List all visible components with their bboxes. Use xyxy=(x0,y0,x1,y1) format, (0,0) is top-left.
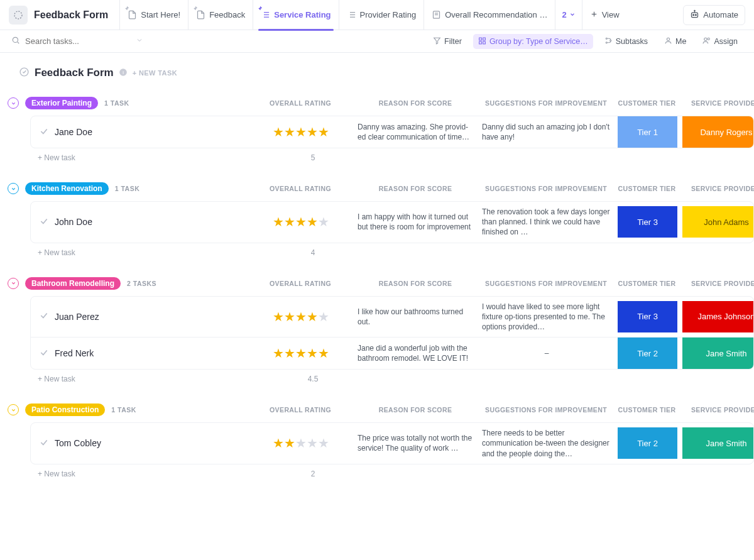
group-chip[interactable]: Patio Construction xyxy=(25,404,105,416)
new-task-row[interactable]: + New task xyxy=(38,248,258,257)
rating-stars[interactable]: ★★★★★ xyxy=(251,309,351,324)
add-view-button[interactable]: View xyxy=(582,0,627,30)
automate-button[interactable]: Automate xyxy=(683,5,745,25)
group-by-button[interactable]: Group by: Type of Service… xyxy=(473,34,593,49)
svg-point-23 xyxy=(13,37,18,42)
col-provider: SERVICE PROVIDER xyxy=(682,99,754,107)
task-name: Juan Perez xyxy=(55,312,99,322)
collapse-toggle-icon[interactable] xyxy=(8,183,19,194)
tab-label: Feedback xyxy=(209,10,245,19)
chevron-down-icon[interactable] xyxy=(136,36,143,46)
col-reason: REASON FOR SCORE xyxy=(356,99,475,107)
customer-tier-badge[interactable]: Tier 3 xyxy=(618,206,677,238)
suggestions-text: – xyxy=(481,343,613,363)
tab-provider-rating[interactable]: Provider Rating xyxy=(339,0,424,30)
service-provider-badge[interactable]: Jane Smith xyxy=(682,338,754,369)
user-icon xyxy=(664,36,672,47)
task-name: John Doe xyxy=(55,217,92,227)
customer-tier-badge[interactable]: Tier 3 xyxy=(618,301,677,332)
page-title: Feedback Form xyxy=(34,9,108,21)
suggestions-text: Danny did such an amazing job I don't ha… xyxy=(481,117,613,147)
group-chip[interactable]: Bathroom Remodelling xyxy=(25,277,121,290)
collapse-toggle-icon[interactable] xyxy=(8,97,19,109)
svg-rect-26 xyxy=(479,38,482,40)
new-task-row[interactable]: + New task xyxy=(38,375,258,383)
tab-overall-recommendation[interactable]: Overall Recommendation … xyxy=(423,0,555,30)
plus-icon xyxy=(590,10,598,20)
assign-button[interactable]: Assign xyxy=(697,34,743,49)
svg-line-24 xyxy=(18,42,19,44)
new-task-row[interactable]: + New task xyxy=(38,153,258,162)
service-provider-badge[interactable]: Danny Rogers xyxy=(682,116,754,148)
list-name: Feedback Form xyxy=(35,67,114,79)
rating-stars[interactable]: ★★★★★ xyxy=(251,436,351,451)
rating-stars[interactable]: ★★★★★ xyxy=(251,124,351,140)
new-task-row[interactable]: + New task xyxy=(38,469,258,478)
task-name: Fred Nerk xyxy=(55,348,94,358)
status-circle-icon[interactable] xyxy=(19,67,30,79)
col-overall-rating: OVERALL RATING xyxy=(250,280,351,287)
collapse-toggle-icon[interactable] xyxy=(8,278,19,289)
svg-point-20 xyxy=(696,14,697,15)
check-icon[interactable] xyxy=(40,217,48,228)
group: Bathroom Remodelling2 TASKSOVERALL RATIN… xyxy=(25,275,754,385)
group-chip[interactable]: Kitchen Renovation xyxy=(25,182,109,195)
service-provider-badge[interactable]: Jane Smith xyxy=(682,427,754,459)
new-task-button[interactable]: + NEW TASK xyxy=(133,69,177,77)
subtasks-button[interactable]: Subtasks xyxy=(599,34,653,49)
group-chip[interactable]: Exterior Painting xyxy=(25,97,98,109)
robot-icon xyxy=(690,9,699,21)
group-footer: + New task4 xyxy=(25,243,754,258)
info-icon[interactable]: i xyxy=(119,68,128,79)
task-row[interactable]: Jane Doe★★★★★Danny was amazing. She prov… xyxy=(31,116,753,148)
task-rows: Jane Doe★★★★★Danny was amazing. She prov… xyxy=(30,116,754,148)
subtasks-icon xyxy=(604,36,613,47)
service-provider-badge[interactable]: James Johnson xyxy=(682,301,754,332)
customer-tier-badge[interactable]: Tier 2 xyxy=(618,338,677,369)
tab-label: Service Rating xyxy=(274,10,331,19)
tab-feedback[interactable]: Feedback xyxy=(188,0,253,30)
check-icon[interactable] xyxy=(40,348,48,359)
task-row[interactable]: Tom Cobley★★★★★The price was totally not… xyxy=(31,423,753,464)
filter-icon xyxy=(433,36,441,47)
service-provider-badge[interactable]: John Adams xyxy=(682,206,754,238)
customer-tier-badge[interactable]: Tier 2 xyxy=(618,427,677,459)
svg-point-31 xyxy=(609,40,611,41)
task-row[interactable]: Juan Perez★★★★★I like how our bathrooms … xyxy=(31,297,753,338)
more-views-count[interactable]: 2 xyxy=(555,0,581,30)
group-count: 2 TASKS xyxy=(127,280,156,287)
rating-average: 4 xyxy=(263,248,363,257)
pin-icon xyxy=(257,4,263,13)
search-input[interactable] xyxy=(25,36,131,46)
customer-tier-badge[interactable]: Tier 1 xyxy=(618,116,677,148)
tab-start-here[interactable]: Start Here! xyxy=(119,0,188,30)
list-header: Feedback Form i + NEW TASK xyxy=(19,63,754,88)
users-icon xyxy=(702,36,711,47)
task-row[interactable]: John Doe★★★★★I am happy with how it turn… xyxy=(31,202,753,243)
chevron-down-icon xyxy=(569,10,576,19)
filter-button[interactable]: Filter xyxy=(428,34,467,49)
doc-icon xyxy=(432,10,441,19)
col-tier: CUSTOMER TIER xyxy=(617,406,677,414)
group-header: Kitchen Renovation1 TASKOVERALL RATINGRE… xyxy=(25,180,754,201)
rating-average: 4.5 xyxy=(263,375,363,383)
suggestions-text: I would have liked to see more light fix… xyxy=(481,297,613,338)
svg-point-35 xyxy=(708,38,710,40)
svg-point-34 xyxy=(704,38,707,40)
rating-average: 2 xyxy=(263,469,363,478)
check-icon[interactable] xyxy=(40,438,48,449)
group-footer: + New task2 xyxy=(25,464,754,480)
check-icon[interactable] xyxy=(40,311,48,322)
tab-service-rating[interactable]: Service Rating xyxy=(253,0,338,30)
svg-marker-25 xyxy=(434,38,440,44)
group-count: 1 TASK xyxy=(111,406,136,414)
svg-point-0 xyxy=(14,11,22,19)
reason-text: Danny was amazing. She provid-ed clear c… xyxy=(356,117,476,147)
task-row[interactable]: Fred Nerk★★★★★Jane did a wonderful job w… xyxy=(31,338,753,369)
col-overall-rating: OVERALL RATING xyxy=(250,99,351,107)
collapse-toggle-icon[interactable] xyxy=(8,404,19,415)
rating-stars[interactable]: ★★★★★ xyxy=(251,346,351,361)
rating-stars[interactable]: ★★★★★ xyxy=(251,214,351,229)
check-icon[interactable] xyxy=(40,127,48,138)
me-button[interactable]: Me xyxy=(659,34,691,49)
